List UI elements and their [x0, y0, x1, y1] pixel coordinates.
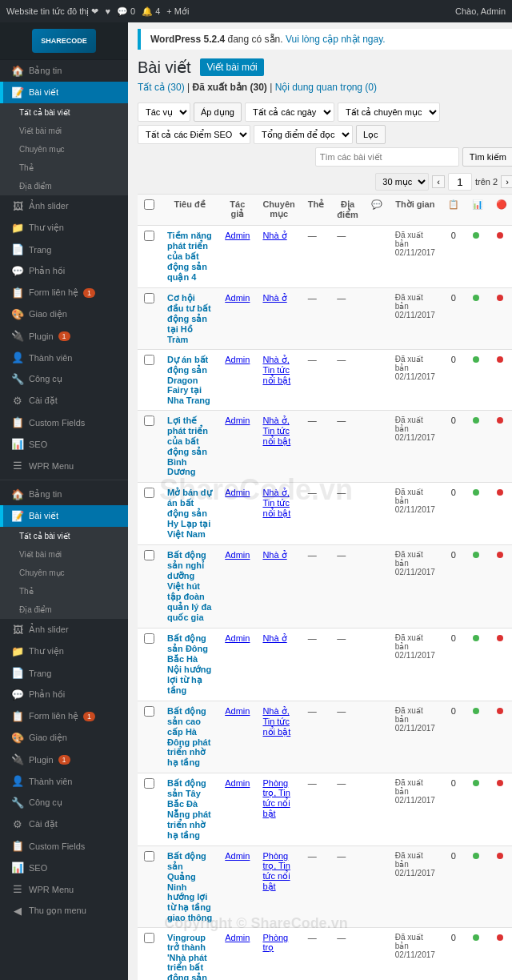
category-filter[interactable]: Tất cả chuyên mục — [338, 102, 440, 122]
post-title-link[interactable]: Bất động sản nghỉ dưỡng Việt hút tập đoà… — [167, 550, 211, 622]
author-link[interactable]: Admin — [225, 851, 250, 861]
post-title-link[interactable]: Vingroup trở thành 'Nhà phát triển bất đ… — [167, 933, 207, 980]
author-link[interactable]: Admin — [225, 293, 250, 303]
author-link[interactable]: Admin — [225, 550, 250, 560]
sidebar-item-tools-2[interactable]: 🔧 Công cụ — [0, 792, 128, 813]
sidebar-item-pages[interactable]: 📄 Trang — [0, 239, 128, 260]
sidebar-item-media-2[interactable]: 📁 Thư viện — [0, 641, 128, 662]
category-link[interactable]: Phòng trọ — [262, 933, 288, 952]
post-title-link[interactable]: Dự án bất động sản Dragon Fairy tại Nha … — [167, 355, 210, 405]
row-checkbox[interactable] — [144, 851, 154, 862]
category-link[interactable]: Phòng trọ, Tin tức nổi bật — [262, 851, 290, 891]
author-link[interactable]: Admin — [225, 416, 250, 425]
update-link[interactable]: Vui lòng cập nhật ngay. — [286, 34, 386, 45]
row-checkbox[interactable] — [144, 778, 154, 789]
post-title-link[interactable]: Lợi thế phát triển của bất động sản Bình… — [167, 416, 208, 476]
sidebar-item-seo-2[interactable]: 📊 SEO — [0, 857, 128, 878]
post-title-link[interactable]: Bất động sản Quảng Ninh hướng lợi từ hạ … — [167, 851, 212, 922]
sidebar-item-appearance-2[interactable]: 🎨 Giao diện — [0, 727, 128, 749]
post-title-link[interactable]: Cơ hội đầu tư bất động sản tại Hồ Tràm — [167, 293, 211, 344]
category-link[interactable]: Nhà ở — [262, 231, 286, 240]
search-input[interactable] — [315, 147, 459, 167]
category-link[interactable]: Nhà ở, Tin tức nổi bật — [262, 706, 290, 737]
tab-featured[interactable]: Nội dung quan trọng (0) — [275, 82, 377, 93]
search-button[interactable]: Tìm kiếm — [462, 147, 512, 167]
post-title-link[interactable]: Bất động sản Đông Bắc Hà Nội hướng lợi t… — [167, 633, 211, 695]
row-checkbox[interactable] — [144, 416, 154, 426]
sidebar-item-comments-2[interactable]: 💬 Phản hồi — [0, 684, 128, 705]
col-location-header[interactable]: Địa điểm — [330, 195, 365, 226]
sidebar-item-comments[interactable]: 💬 Phản hồi — [0, 260, 128, 282]
sidebar-item-slider-2[interactable]: 🖼 Ảnh slider — [0, 619, 128, 641]
next-page-btn[interactable]: › — [501, 175, 512, 188]
row-checkbox[interactable] — [144, 355, 154, 365]
select-all-checkbox[interactable] — [144, 199, 154, 210]
sidebar-item-plugins-2[interactable]: 🔌 Plugin 1 — [0, 749, 128, 770]
post-title-link[interactable]: Tiềm năng phát triển của bất động sản qu… — [167, 231, 212, 282]
category-link[interactable]: Nhà ở — [262, 293, 286, 303]
author-link[interactable]: Admin — [225, 355, 250, 364]
seo-filter[interactable]: Tất cả các Điểm SEO — [138, 125, 250, 144]
sidebar-item-custom-fields[interactable]: 📋 Custom Fields — [0, 412, 128, 433]
sidebar-item-appearance[interactable]: 🎨 Giao diện — [0, 303, 128, 325]
sidebar-item-pages-2[interactable]: 📄 Trang — [0, 662, 128, 684]
sidebar-item-users-2[interactable]: 👤 Thành viên — [0, 770, 128, 792]
sidebar-item-settings[interactable]: ⚙ Cài đặt — [0, 390, 128, 412]
row-checkbox[interactable] — [144, 933, 154, 943]
sidebar-item-dashboard[interactable]: 🏠 Bảng tin — [0, 60, 128, 82]
sidebar-item-wpr-menu-2[interactable]: ☰ WPR Menu — [0, 878, 128, 900]
post-title-link[interactable]: Bất động sản cao cấp Hà Đông phát triển … — [167, 706, 210, 767]
sidebar-item-posts[interactable]: 📝 Bài viết — [0, 82, 128, 103]
admin-bar-comments[interactable]: 💬 0 — [117, 6, 135, 17]
sidebar-item-new-post-2[interactable]: Viết bài mới — [0, 545, 128, 564]
col-tags-header[interactable]: Thẻ — [302, 195, 330, 226]
sidebar-item-custom-fields-2[interactable]: 📋 Custom Fields — [0, 835, 128, 857]
author-link[interactable]: Admin — [225, 488, 250, 497]
sidebar-item-posts-2[interactable]: 📝 Bài viết — [0, 505, 128, 527]
sidebar-item-all-posts-2[interactable]: Tất cả bài viết — [0, 527, 128, 545]
row-checkbox[interactable] — [144, 633, 154, 644]
prev-page-btn[interactable]: ‹ — [432, 175, 445, 188]
sidebar-item-tags[interactable]: Thẻ — [0, 159, 128, 177]
per-page-select[interactable]: 30 mục — [375, 173, 429, 191]
admin-bar-new[interactable]: + Mới — [166, 6, 189, 17]
apply-button[interactable]: Áp dụng — [194, 102, 242, 122]
admin-bar-updates[interactable]: 🔔 4 — [142, 6, 160, 17]
category-link[interactable]: Nhà ở, Tin tức nổi bật — [262, 488, 290, 518]
tab-all[interactable]: Tất cả (30) — [138, 82, 185, 93]
sidebar-item-dashboard-2[interactable]: 🏠 Bảng tin — [0, 484, 128, 505]
author-link[interactable]: Admin — [225, 633, 250, 643]
row-checkbox[interactable] — [144, 293, 154, 303]
author-link[interactable]: Admin — [225, 231, 250, 240]
category-link[interactable]: Nhà ở — [262, 633, 286, 643]
row-checkbox[interactable] — [144, 706, 154, 717]
admin-bar-site[interactable]: Website tin tức đô thị ❤ — [6, 6, 98, 17]
row-checkbox[interactable] — [144, 488, 154, 498]
post-title-link[interactable]: Mở bán dự án bất động sản Hy Lạp tại Việ… — [167, 488, 212, 539]
category-link[interactable]: Nhà ở, Tin tức nổi bật — [262, 416, 290, 446]
filter-button[interactable]: Lọc — [356, 125, 386, 144]
sidebar-item-categories-2[interactable]: Chuyên mục — [0, 564, 128, 582]
author-link[interactable]: Admin — [225, 933, 250, 942]
col-author-header[interactable]: Tác giả — [218, 195, 256, 226]
sidebar-item-wpr-menu[interactable]: ☰ WPR Menu — [0, 455, 128, 476]
sidebar-item-collapse[interactable]: ◀ Thu gọn menu — [0, 900, 128, 922]
sidebar-item-users[interactable]: 👤 Thành viên — [0, 347, 128, 368]
sidebar-item-media[interactable]: 📁 Thư viện — [0, 217, 128, 239]
post-title-link[interactable]: Bất động sản Tây Bắc Đà Nẵng phát triển … — [167, 778, 211, 840]
col-category-header[interactable]: Chuyên mục — [256, 195, 301, 226]
sidebar-item-categories[interactable]: Chuyên mục — [0, 140, 128, 159]
sidebar-item-new-post[interactable]: Viết bài mới — [0, 122, 128, 140]
sort-filter[interactable]: Tổng điểm để đọc — [254, 125, 353, 144]
sidebar-item-all-posts[interactable]: Tất cả bài viết — [0, 103, 128, 122]
col-date-header[interactable]: Thời gian — [389, 195, 442, 226]
add-new-button[interactable]: Viết bài mới — [200, 58, 263, 76]
sidebar-item-tags-2[interactable]: Thẻ — [0, 582, 128, 600]
current-page-input[interactable] — [448, 173, 472, 191]
sidebar-item-settings-2[interactable]: ⚙ Cài đặt — [0, 813, 128, 835]
sidebar-item-locations[interactable]: Địa điểm — [0, 177, 128, 195]
author-link[interactable]: Admin — [225, 706, 250, 716]
row-checkbox[interactable] — [144, 231, 154, 241]
col-title-header[interactable]: Tiêu đề — [161, 195, 218, 226]
category-link[interactable]: Phòng trọ, Tin tức nổi bật — [262, 778, 290, 818]
